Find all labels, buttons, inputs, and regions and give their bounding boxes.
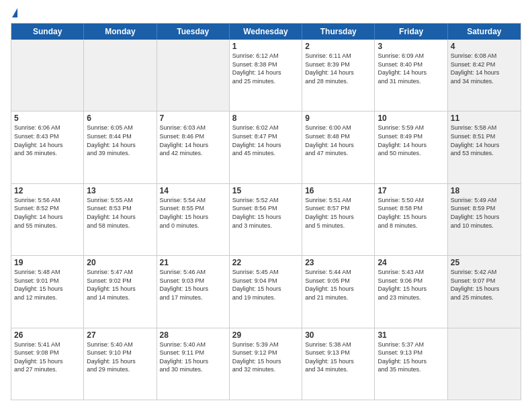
day-number: 18 [451,186,518,195]
cal-cell: 13Sunrise: 5:55 AM Sunset: 8:53 PM Dayli… [84,184,157,255]
cal-cell: 15Sunrise: 5:52 AM Sunset: 8:56 PM Dayli… [230,184,302,255]
cell-text: Sunrise: 5:50 AM Sunset: 8:58 PM Dayligh… [378,196,444,230]
cell-text: Sunrise: 5:39 AM Sunset: 9:12 PM Dayligh… [232,340,299,374]
cal-cell: 20Sunrise: 5:47 AM Sunset: 9:02 PM Dayli… [84,256,157,327]
cal-cell [11,40,84,111]
cell-text: Sunrise: 6:03 AM Sunset: 8:46 PM Dayligh… [160,124,226,157]
cal-cell: 27Sunrise: 5:40 AM Sunset: 9:10 PM Dayli… [84,328,157,400]
cal-cell: 14Sunrise: 5:54 AM Sunset: 8:55 PM Dayli… [157,184,230,255]
cal-cell: 5Sunrise: 6:06 AM Sunset: 8:43 PM Daylig… [11,111,84,183]
cell-text: Sunrise: 5:38 AM Sunset: 9:13 PM Dayligh… [305,340,371,374]
calendar-body: 1Sunrise: 6:12 AM Sunset: 8:38 PM Daylig… [11,40,521,400]
day-number: 21 [160,258,226,267]
cal-row-0: 1Sunrise: 6:12 AM Sunset: 8:38 PM Daylig… [11,40,521,111]
day-number: 24 [378,258,444,267]
logo-triangle-icon [12,8,17,17]
cal-row-4: 26Sunrise: 5:41 AM Sunset: 9:08 PM Dayli… [11,328,521,400]
cal-cell [157,40,230,111]
cell-text: Sunrise: 6:06 AM Sunset: 8:43 PM Dayligh… [14,124,81,157]
cal-cell: 19Sunrise: 5:48 AM Sunset: 9:01 PM Dayli… [11,256,84,327]
cal-cell: 17Sunrise: 5:50 AM Sunset: 8:58 PM Dayli… [375,184,447,255]
logo-text [11,11,17,17]
cal-cell: 30Sunrise: 5:38 AM Sunset: 9:13 PM Dayli… [302,328,375,400]
day-number: 20 [87,258,153,267]
cal-header-cell-friday: Friday [375,24,447,40]
cal-cell: 2Sunrise: 6:11 AM Sunset: 8:39 PM Daylig… [302,40,375,111]
day-number: 8 [232,113,299,123]
cell-text: Sunrise: 5:59 AM Sunset: 8:49 PM Dayligh… [378,124,444,157]
cell-text: Sunrise: 5:40 AM Sunset: 9:11 PM Dayligh… [160,340,226,374]
cell-text: Sunrise: 5:56 AM Sunset: 8:52 PM Dayligh… [14,196,81,230]
cell-text: Sunrise: 5:52 AM Sunset: 8:56 PM Dayligh… [232,196,299,230]
day-number: 13 [87,186,153,195]
day-number: 16 [305,186,371,195]
cal-row-2: 12Sunrise: 5:56 AM Sunset: 8:52 PM Dayli… [11,184,521,256]
cal-cell: 10Sunrise: 5:59 AM Sunset: 8:49 PM Dayli… [375,111,447,183]
cal-cell: 16Sunrise: 5:51 AM Sunset: 8:57 PM Dayli… [302,184,375,255]
cal-cell: 1Sunrise: 6:12 AM Sunset: 8:38 PM Daylig… [230,40,302,111]
day-number: 17 [378,186,444,195]
day-number: 9 [305,113,371,123]
cell-text: Sunrise: 5:46 AM Sunset: 9:03 PM Dayligh… [160,268,226,302]
day-number: 28 [160,330,226,340]
cal-header-cell-monday: Monday [84,24,157,40]
cal-cell [448,328,521,400]
cal-cell: 21Sunrise: 5:46 AM Sunset: 9:03 PM Dayli… [157,256,230,327]
day-number: 27 [87,330,153,340]
cell-text: Sunrise: 5:43 AM Sunset: 9:06 PM Dayligh… [378,268,444,302]
day-number: 10 [378,113,444,123]
cal-cell: 25Sunrise: 5:42 AM Sunset: 9:07 PM Dayli… [448,256,521,327]
cell-text: Sunrise: 5:37 AM Sunset: 9:13 PM Dayligh… [378,340,444,374]
cal-cell: 8Sunrise: 6:02 AM Sunset: 8:47 PM Daylig… [230,111,302,183]
cal-cell: 23Sunrise: 5:44 AM Sunset: 9:05 PM Dayli… [302,256,375,327]
cal-header-cell-sunday: Sunday [11,24,84,40]
page: SundayMondayTuesdayWednesdayThursdayFrid… [0,0,532,411]
day-number: 5 [14,113,81,123]
cell-text: Sunrise: 6:09 AM Sunset: 8:40 PM Dayligh… [378,52,444,85]
cell-text: Sunrise: 5:54 AM Sunset: 8:55 PM Dayligh… [160,196,226,230]
cell-text: Sunrise: 5:40 AM Sunset: 9:10 PM Dayligh… [87,340,153,374]
cell-text: Sunrise: 6:02 AM Sunset: 8:47 PM Dayligh… [232,124,299,157]
cell-text: Sunrise: 5:44 AM Sunset: 9:05 PM Dayligh… [305,268,371,302]
calendar-header-row: SundayMondayTuesdayWednesdayThursdayFrid… [11,24,521,40]
cal-cell: 31Sunrise: 5:37 AM Sunset: 9:13 PM Dayli… [375,328,447,400]
cal-cell: 24Sunrise: 5:43 AM Sunset: 9:06 PM Dayli… [375,256,447,327]
cal-header-cell-wednesday: Wednesday [230,24,302,40]
cal-cell: 29Sunrise: 5:39 AM Sunset: 9:12 PM Dayli… [230,328,302,400]
cal-header-cell-saturday: Saturday [448,24,521,40]
cal-cell [84,40,157,111]
day-number: 29 [232,330,299,340]
day-number: 12 [14,186,81,195]
cell-text: Sunrise: 5:45 AM Sunset: 9:04 PM Dayligh… [232,268,299,302]
cal-cell: 12Sunrise: 5:56 AM Sunset: 8:52 PM Dayli… [11,184,84,255]
logo [11,11,17,17]
cell-text: Sunrise: 5:41 AM Sunset: 9:08 PM Dayligh… [14,340,81,374]
cell-text: Sunrise: 5:47 AM Sunset: 9:02 PM Dayligh… [87,268,153,302]
cal-cell: 7Sunrise: 6:03 AM Sunset: 8:46 PM Daylig… [157,111,230,183]
cell-text: Sunrise: 6:08 AM Sunset: 8:42 PM Dayligh… [451,52,518,85]
cell-text: Sunrise: 5:55 AM Sunset: 8:53 PM Dayligh… [87,196,153,230]
cal-cell: 28Sunrise: 5:40 AM Sunset: 9:11 PM Dayli… [157,328,230,400]
day-number: 19 [14,258,81,267]
day-number: 14 [160,186,226,195]
day-number: 2 [305,42,371,51]
cell-text: Sunrise: 6:12 AM Sunset: 8:38 PM Dayligh… [232,52,299,85]
day-number: 7 [160,113,226,123]
cal-header-cell-tuesday: Tuesday [157,24,230,40]
day-number: 15 [232,186,299,195]
day-number: 30 [305,330,371,340]
cal-cell: 22Sunrise: 5:45 AM Sunset: 9:04 PM Dayli… [230,256,302,327]
cell-text: Sunrise: 6:05 AM Sunset: 8:44 PM Dayligh… [87,124,153,157]
cal-cell: 6Sunrise: 6:05 AM Sunset: 8:44 PM Daylig… [84,111,157,183]
cell-text: Sunrise: 5:48 AM Sunset: 9:01 PM Dayligh… [14,268,81,302]
day-number: 11 [451,113,518,123]
cal-cell: 4Sunrise: 6:08 AM Sunset: 8:42 PM Daylig… [448,40,521,111]
calendar: SundayMondayTuesdayWednesdayThursdayFrid… [11,23,521,400]
cal-cell: 9Sunrise: 6:00 AM Sunset: 8:48 PM Daylig… [302,111,375,183]
cell-text: Sunrise: 5:49 AM Sunset: 8:59 PM Dayligh… [451,196,518,230]
day-number: 23 [305,258,371,267]
day-number: 3 [378,42,444,51]
header [11,11,521,17]
day-number: 22 [232,258,299,267]
day-number: 26 [14,330,81,340]
